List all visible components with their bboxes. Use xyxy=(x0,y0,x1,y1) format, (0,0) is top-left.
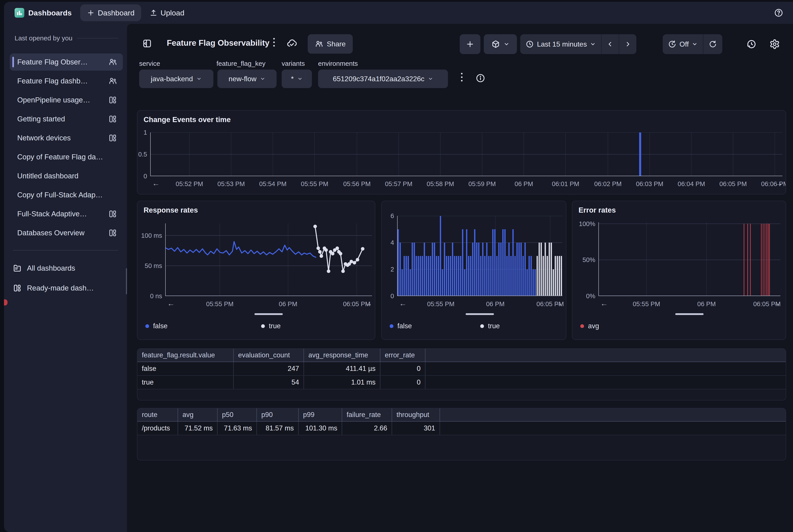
people-icon xyxy=(108,58,117,66)
folder-icon xyxy=(13,264,22,273)
chart-title: Error rates xyxy=(578,206,616,214)
legend-item-true[interactable]: true xyxy=(480,322,500,330)
time-range-dropdown[interactable]: Last 15 minutes xyxy=(520,34,601,54)
time-forward-button[interactable] xyxy=(619,34,637,54)
chart-plot[interactable] xyxy=(150,132,782,176)
auto-refresh-group: Off xyxy=(663,34,722,54)
info-icon[interactable] xyxy=(476,73,485,83)
sidebar-divider xyxy=(13,250,118,250)
collapse-sidebar-icon[interactable] xyxy=(142,38,152,49)
chart-zoom-scrollbar[interactable] xyxy=(255,313,283,315)
column-header-evaluation_count[interactable]: evaluation_count xyxy=(234,349,304,362)
share-people-icon xyxy=(315,40,323,48)
sidebar-item-copy-of-full-stack-adap-[interactable]: Copy of Full-Stack Adap… xyxy=(10,186,123,204)
pan-left-arrow-icon[interactable]: ← xyxy=(399,299,407,308)
plus-icon xyxy=(466,40,475,49)
pan-right-arrow-icon[interactable]: → xyxy=(555,299,563,308)
chart-panel-response-rates[interactable]: Response rates100 ms50 ms0 ns05:55 PM06 … xyxy=(137,201,375,340)
column-header-avg[interactable]: avg xyxy=(178,408,218,421)
sidebar-item-network-devices[interactable]: Network devices xyxy=(10,129,123,147)
refresh-clock-icon xyxy=(668,40,676,48)
chevron-down-icon xyxy=(260,76,265,81)
pan-left-arrow-icon[interactable]: ← xyxy=(601,299,608,308)
filter-value: * xyxy=(291,75,294,83)
chart-panel-change-events[interactable]: Change Events over time10.5005:52 PM05:5… xyxy=(137,110,786,194)
column-header-avg_response_time[interactable]: avg_response_time xyxy=(304,349,380,362)
main-content: Feature Flag Observability Share Last 15… xyxy=(127,24,793,532)
sidebar-item-copy-of-feature-flag-da-[interactable]: Copy of Feature Flag da… xyxy=(10,148,123,166)
sidebar-item-openpipeline-usage-[interactable]: OpenPipeline usage… xyxy=(10,91,123,109)
chart-plot[interactable] xyxy=(165,223,372,296)
filter-dropdown-environments[interactable]: 651209c374a1f02aa2a3226c xyxy=(318,70,448,88)
column-header-p50[interactable]: p50 xyxy=(218,408,257,421)
table-panel-routes[interactable]: routeavgp50p90p99failure_ratethroughput/… xyxy=(137,408,786,460)
sidebar-item-feature-flag-obser-[interactable]: Feature Flag Obser… xyxy=(10,53,123,71)
legend-item-avg[interactable]: avg xyxy=(580,322,599,330)
y-axis-label: 4 xyxy=(382,239,394,246)
grid-icon xyxy=(108,228,117,237)
sidebar-item-getting-started[interactable]: Getting started xyxy=(10,110,123,128)
cube-icon xyxy=(491,40,500,49)
sidebar-item-feature-flag-dashb-[interactable]: Feature Flag dashb… xyxy=(10,72,123,90)
column-header-error_rate[interactable]: error_rate xyxy=(380,349,425,362)
filter-dropdown-service[interactable]: java-backend xyxy=(139,70,214,88)
time-back-button[interactable] xyxy=(601,34,619,54)
y-axis-label: 2 xyxy=(382,266,394,273)
column-header-route[interactable]: route xyxy=(137,408,178,421)
grid-icon xyxy=(108,115,117,124)
column-header-feature_flag.result.value[interactable]: feature_flag.result.value xyxy=(137,349,234,362)
column-header-failure_rate[interactable]: failure_rate xyxy=(342,408,392,421)
filters-menu-icon[interactable] xyxy=(461,73,463,81)
help-icon[interactable] xyxy=(774,8,783,17)
chart-zoom-scrollbar[interactable] xyxy=(675,313,703,315)
column-header-throughput[interactable]: throughput xyxy=(392,408,440,421)
pan-right-arrow-icon[interactable]: → xyxy=(773,299,781,308)
widget-type-dropdown[interactable] xyxy=(484,34,517,54)
chart-plot[interactable] xyxy=(598,222,780,296)
x-axis-label: 05:52 PM xyxy=(176,180,203,188)
pan-right-arrow-icon[interactable]: → xyxy=(365,299,372,308)
upload-button[interactable]: Upload xyxy=(150,4,184,21)
cloud-sync-icon[interactable] xyxy=(287,38,297,49)
chart-panel-evaluations[interactable]: 642005:55 PM06 PM06:05 PM←→falsetrue xyxy=(381,201,566,340)
legend-label: avg xyxy=(588,322,599,330)
filter-dropdown-feature_flag_key[interactable]: new-flow xyxy=(217,70,277,88)
data-table: feature_flag.result.valueevaluation_coun… xyxy=(137,349,786,400)
history-icon[interactable] xyxy=(746,39,757,50)
chart-panel-error-rates[interactable]: Error rates100%50%0%05:55 PM06 PM06:05 P… xyxy=(572,201,786,340)
table-row[interactable]: false247411.41 µs0 xyxy=(137,362,786,376)
sidebar-item-untitled-dashboard[interactable]: Untitled dashboard xyxy=(10,167,123,185)
table-row[interactable]: /products71.52 ms71.63 ms81.57 ms101.30 … xyxy=(137,422,786,435)
column-header-p90[interactable]: p90 xyxy=(257,408,299,421)
settings-gear-icon[interactable] xyxy=(769,39,780,50)
x-axis-label: 05:53 PM xyxy=(217,180,245,188)
sidebar-item-label: Feature Flag dashb… xyxy=(17,77,108,85)
pan-left-arrow-icon[interactable]: ← xyxy=(167,299,175,308)
x-axis-label: 05:55 PM xyxy=(633,300,660,308)
column-header-p99[interactable]: p99 xyxy=(299,408,342,421)
legend-item-false[interactable]: false xyxy=(145,322,167,330)
chart-zoom-scrollbar[interactable] xyxy=(466,313,494,315)
sidebar-footer-ready-made-dash-[interactable]: Ready-made dash… xyxy=(13,280,123,297)
legend-item-true[interactable]: true xyxy=(261,322,280,330)
page-title: Feature Flag Observability xyxy=(167,38,270,48)
auto-refresh-dropdown[interactable]: Off xyxy=(663,34,703,54)
refresh-button[interactable] xyxy=(703,34,722,54)
sidebar-footer-all-dashboards[interactable]: All dashboards xyxy=(13,260,123,277)
chart-plot[interactable] xyxy=(397,216,563,296)
add-widget-button[interactable] xyxy=(460,34,480,54)
new-dashboard-button[interactable]: Dashboard xyxy=(80,4,141,21)
sidebar-item-full-stack-adaptive-[interactable]: Full-Stack Adaptive… xyxy=(10,205,123,223)
sidebar-item-databases-overview[interactable]: Databases Overview xyxy=(10,224,123,242)
filter-dropdown-variants[interactable]: * xyxy=(282,70,312,88)
table-panel-feature-flags[interactable]: feature_flag.result.valueevaluation_coun… xyxy=(137,348,786,400)
sidebar-section-label: Last opened by you xyxy=(15,34,72,42)
table-row[interactable]: true541.01 ms0 xyxy=(137,376,786,390)
legend-item-false[interactable]: false xyxy=(390,322,412,330)
table-cell: 101.30 ms xyxy=(299,422,342,435)
dashboard-menu-icon[interactable] xyxy=(273,38,275,46)
sidebar-item-label: OpenPipeline usage… xyxy=(17,96,108,104)
pan-left-arrow-icon[interactable]: ← xyxy=(152,179,160,188)
pan-right-arrow-icon[interactable]: → xyxy=(775,179,782,188)
share-button[interactable]: Share xyxy=(308,34,353,54)
